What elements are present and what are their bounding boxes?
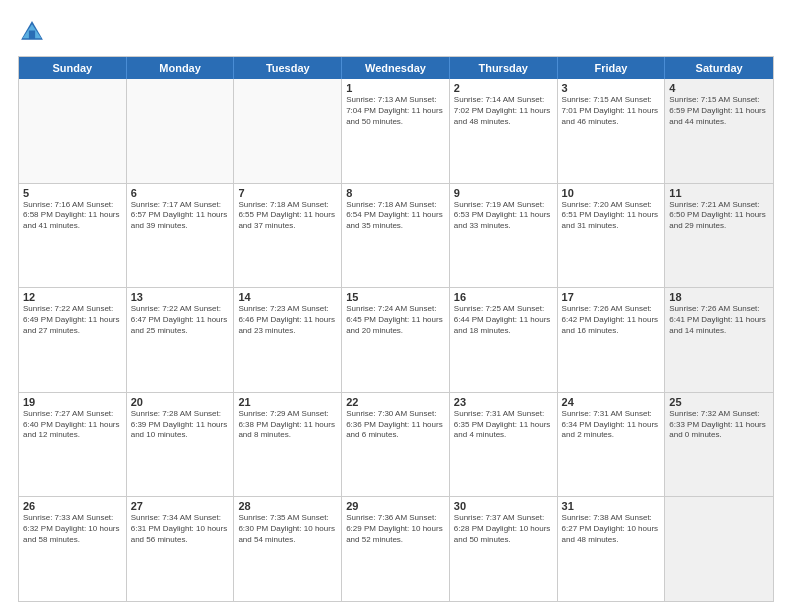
day-cell: 25Sunrise: 7:32 AM Sunset: 6:33 PM Dayli… bbox=[665, 393, 773, 497]
day-cell bbox=[665, 497, 773, 601]
day-number: 26 bbox=[23, 500, 122, 512]
day-cell bbox=[19, 79, 127, 183]
day-cell: 21Sunrise: 7:29 AM Sunset: 6:38 PM Dayli… bbox=[234, 393, 342, 497]
day-number: 11 bbox=[669, 187, 769, 199]
day-cell: 27Sunrise: 7:34 AM Sunset: 6:31 PM Dayli… bbox=[127, 497, 235, 601]
day-info: Sunrise: 7:30 AM Sunset: 6:36 PM Dayligh… bbox=[346, 409, 445, 441]
day-number: 14 bbox=[238, 291, 337, 303]
day-number: 5 bbox=[23, 187, 122, 199]
day-info: Sunrise: 7:36 AM Sunset: 6:29 PM Dayligh… bbox=[346, 513, 445, 545]
day-number: 7 bbox=[238, 187, 337, 199]
day-cell: 26Sunrise: 7:33 AM Sunset: 6:32 PM Dayli… bbox=[19, 497, 127, 601]
day-info: Sunrise: 7:22 AM Sunset: 6:47 PM Dayligh… bbox=[131, 304, 230, 336]
day-info: Sunrise: 7:23 AM Sunset: 6:46 PM Dayligh… bbox=[238, 304, 337, 336]
day-info: Sunrise: 7:26 AM Sunset: 6:42 PM Dayligh… bbox=[562, 304, 661, 336]
day-cell: 12Sunrise: 7:22 AM Sunset: 6:49 PM Dayli… bbox=[19, 288, 127, 392]
week-row-5: 26Sunrise: 7:33 AM Sunset: 6:32 PM Dayli… bbox=[19, 497, 773, 601]
week-row-3: 12Sunrise: 7:22 AM Sunset: 6:49 PM Dayli… bbox=[19, 288, 773, 393]
week-row-4: 19Sunrise: 7:27 AM Sunset: 6:40 PM Dayli… bbox=[19, 393, 773, 498]
day-cell: 30Sunrise: 7:37 AM Sunset: 6:28 PM Dayli… bbox=[450, 497, 558, 601]
day-info: Sunrise: 7:31 AM Sunset: 6:34 PM Dayligh… bbox=[562, 409, 661, 441]
day-number: 6 bbox=[131, 187, 230, 199]
day-info: Sunrise: 7:19 AM Sunset: 6:53 PM Dayligh… bbox=[454, 200, 553, 232]
day-info: Sunrise: 7:13 AM Sunset: 7:04 PM Dayligh… bbox=[346, 95, 445, 127]
day-number: 18 bbox=[669, 291, 769, 303]
day-number: 24 bbox=[562, 396, 661, 408]
day-header-monday: Monday bbox=[127, 57, 235, 79]
day-cell: 29Sunrise: 7:36 AM Sunset: 6:29 PM Dayli… bbox=[342, 497, 450, 601]
day-cell: 15Sunrise: 7:24 AM Sunset: 6:45 PM Dayli… bbox=[342, 288, 450, 392]
day-info: Sunrise: 7:22 AM Sunset: 6:49 PM Dayligh… bbox=[23, 304, 122, 336]
day-number: 1 bbox=[346, 82, 445, 94]
calendar-body: 1Sunrise: 7:13 AM Sunset: 7:04 PM Daylig… bbox=[19, 79, 773, 601]
day-number: 4 bbox=[669, 82, 769, 94]
day-number: 23 bbox=[454, 396, 553, 408]
day-info: Sunrise: 7:21 AM Sunset: 6:50 PM Dayligh… bbox=[669, 200, 769, 232]
day-cell: 24Sunrise: 7:31 AM Sunset: 6:34 PM Dayli… bbox=[558, 393, 666, 497]
day-cell bbox=[234, 79, 342, 183]
logo-icon bbox=[18, 18, 46, 46]
week-row-2: 5Sunrise: 7:16 AM Sunset: 6:58 PM Daylig… bbox=[19, 184, 773, 289]
day-cell: 20Sunrise: 7:28 AM Sunset: 6:39 PM Dayli… bbox=[127, 393, 235, 497]
day-info: Sunrise: 7:25 AM Sunset: 6:44 PM Dayligh… bbox=[454, 304, 553, 336]
day-cell: 16Sunrise: 7:25 AM Sunset: 6:44 PM Dayli… bbox=[450, 288, 558, 392]
day-number: 13 bbox=[131, 291, 230, 303]
header bbox=[18, 18, 774, 46]
day-cell: 11Sunrise: 7:21 AM Sunset: 6:50 PM Dayli… bbox=[665, 184, 773, 288]
day-number: 22 bbox=[346, 396, 445, 408]
day-info: Sunrise: 7:38 AM Sunset: 6:27 PM Dayligh… bbox=[562, 513, 661, 545]
day-info: Sunrise: 7:17 AM Sunset: 6:57 PM Dayligh… bbox=[131, 200, 230, 232]
week-row-1: 1Sunrise: 7:13 AM Sunset: 7:04 PM Daylig… bbox=[19, 79, 773, 184]
day-cell: 8Sunrise: 7:18 AM Sunset: 6:54 PM Daylig… bbox=[342, 184, 450, 288]
day-cell: 13Sunrise: 7:22 AM Sunset: 6:47 PM Dayli… bbox=[127, 288, 235, 392]
day-number: 31 bbox=[562, 500, 661, 512]
day-number: 16 bbox=[454, 291, 553, 303]
day-info: Sunrise: 7:31 AM Sunset: 6:35 PM Dayligh… bbox=[454, 409, 553, 441]
day-header-tuesday: Tuesday bbox=[234, 57, 342, 79]
day-number: 20 bbox=[131, 396, 230, 408]
day-cell bbox=[127, 79, 235, 183]
day-cell: 18Sunrise: 7:26 AM Sunset: 6:41 PM Dayli… bbox=[665, 288, 773, 392]
page: SundayMondayTuesdayWednesdayThursdayFrid… bbox=[0, 0, 792, 612]
day-number: 2 bbox=[454, 82, 553, 94]
day-cell: 22Sunrise: 7:30 AM Sunset: 6:36 PM Dayli… bbox=[342, 393, 450, 497]
day-number: 21 bbox=[238, 396, 337, 408]
day-header-friday: Friday bbox=[558, 57, 666, 79]
day-number: 27 bbox=[131, 500, 230, 512]
day-info: Sunrise: 7:35 AM Sunset: 6:30 PM Dayligh… bbox=[238, 513, 337, 545]
day-number: 17 bbox=[562, 291, 661, 303]
logo bbox=[18, 18, 50, 46]
day-cell: 6Sunrise: 7:17 AM Sunset: 6:57 PM Daylig… bbox=[127, 184, 235, 288]
day-header-thursday: Thursday bbox=[450, 57, 558, 79]
day-number: 29 bbox=[346, 500, 445, 512]
day-header-wednesday: Wednesday bbox=[342, 57, 450, 79]
day-info: Sunrise: 7:15 AM Sunset: 6:59 PM Dayligh… bbox=[669, 95, 769, 127]
day-info: Sunrise: 7:29 AM Sunset: 6:38 PM Dayligh… bbox=[238, 409, 337, 441]
day-cell: 7Sunrise: 7:18 AM Sunset: 6:55 PM Daylig… bbox=[234, 184, 342, 288]
day-number: 3 bbox=[562, 82, 661, 94]
day-info: Sunrise: 7:20 AM Sunset: 6:51 PM Dayligh… bbox=[562, 200, 661, 232]
day-cell: 2Sunrise: 7:14 AM Sunset: 7:02 PM Daylig… bbox=[450, 79, 558, 183]
day-info: Sunrise: 7:15 AM Sunset: 7:01 PM Dayligh… bbox=[562, 95, 661, 127]
day-headers: SundayMondayTuesdayWednesdayThursdayFrid… bbox=[19, 57, 773, 79]
day-cell: 17Sunrise: 7:26 AM Sunset: 6:42 PM Dayli… bbox=[558, 288, 666, 392]
day-info: Sunrise: 7:37 AM Sunset: 6:28 PM Dayligh… bbox=[454, 513, 553, 545]
day-info: Sunrise: 7:33 AM Sunset: 6:32 PM Dayligh… bbox=[23, 513, 122, 545]
day-cell: 10Sunrise: 7:20 AM Sunset: 6:51 PM Dayli… bbox=[558, 184, 666, 288]
day-number: 25 bbox=[669, 396, 769, 408]
calendar: SundayMondayTuesdayWednesdayThursdayFrid… bbox=[18, 56, 774, 602]
day-cell: 14Sunrise: 7:23 AM Sunset: 6:46 PM Dayli… bbox=[234, 288, 342, 392]
day-info: Sunrise: 7:16 AM Sunset: 6:58 PM Dayligh… bbox=[23, 200, 122, 232]
day-info: Sunrise: 7:18 AM Sunset: 6:54 PM Dayligh… bbox=[346, 200, 445, 232]
day-header-saturday: Saturday bbox=[665, 57, 773, 79]
day-number: 12 bbox=[23, 291, 122, 303]
day-cell: 31Sunrise: 7:38 AM Sunset: 6:27 PM Dayli… bbox=[558, 497, 666, 601]
day-info: Sunrise: 7:24 AM Sunset: 6:45 PM Dayligh… bbox=[346, 304, 445, 336]
day-cell: 19Sunrise: 7:27 AM Sunset: 6:40 PM Dayli… bbox=[19, 393, 127, 497]
day-info: Sunrise: 7:26 AM Sunset: 6:41 PM Dayligh… bbox=[669, 304, 769, 336]
day-cell: 9Sunrise: 7:19 AM Sunset: 6:53 PM Daylig… bbox=[450, 184, 558, 288]
day-cell: 23Sunrise: 7:31 AM Sunset: 6:35 PM Dayli… bbox=[450, 393, 558, 497]
day-number: 19 bbox=[23, 396, 122, 408]
day-info: Sunrise: 7:27 AM Sunset: 6:40 PM Dayligh… bbox=[23, 409, 122, 441]
day-cell: 5Sunrise: 7:16 AM Sunset: 6:58 PM Daylig… bbox=[19, 184, 127, 288]
